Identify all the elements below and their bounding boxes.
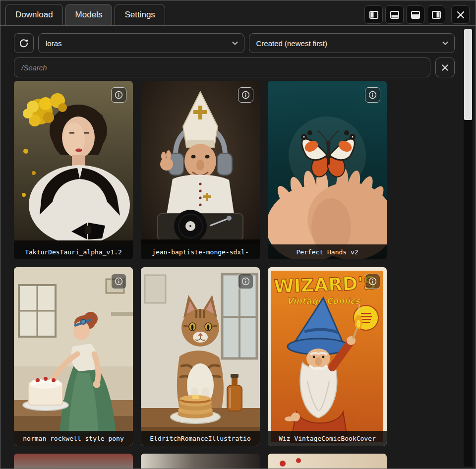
tab-label: Models bbox=[75, 10, 103, 20]
model-name: EldritchRomanceIllustratio bbox=[141, 431, 260, 446]
info-button[interactable] bbox=[365, 87, 380, 103]
model-name: TakturDesTauri_alpha_v1.2 bbox=[14, 244, 133, 259]
clear-icon bbox=[441, 64, 449, 71]
refresh-button[interactable] bbox=[14, 33, 34, 53]
comic-title-text: WIZARD'S bbox=[273, 272, 377, 297]
toolbar: loras Created (newest first) bbox=[14, 33, 455, 53]
model-thumbnail bbox=[141, 81, 260, 259]
model-card[interactable]: jean-baptiste-monge-sdxl- bbox=[141, 81, 260, 259]
info-icon bbox=[368, 277, 377, 286]
tab-settings[interactable]: Settings bbox=[115, 4, 165, 25]
window-controls bbox=[364, 5, 470, 24]
model-grid: TakturDesTauri_alpha_v1.2 bbox=[14, 81, 387, 469]
model-thumbnail bbox=[14, 267, 133, 446]
info-button[interactable] bbox=[365, 274, 380, 289]
panel-bottom-icon bbox=[390, 11, 399, 19]
sort-value: Created (newest first) bbox=[256, 39, 327, 48]
model-name: jean-baptiste-monge-sdxl- bbox=[141, 244, 260, 259]
model-name: Perfect Hands v2 bbox=[268, 244, 387, 259]
model-card-partial[interactable] bbox=[268, 454, 387, 469]
model-browser-window: Download Models Settings bbox=[0, 0, 476, 469]
model-thumbnail: WIZARD'S Vintage Comics bbox=[268, 267, 387, 446]
model-type-select[interactable]: loras bbox=[38, 33, 244, 53]
search-input[interactable] bbox=[14, 58, 430, 77]
panel-right-icon bbox=[432, 11, 441, 19]
model-thumbnail bbox=[14, 81, 133, 259]
model-thumbnail bbox=[14, 454, 133, 469]
scrollbar-track[interactable] bbox=[464, 29, 473, 467]
model-card[interactable]: Perfect Hands v2 bbox=[268, 81, 387, 259]
model-thumbnail bbox=[268, 81, 387, 259]
dock-bottom-full-button[interactable] bbox=[406, 5, 424, 24]
refresh-icon bbox=[19, 38, 29, 48]
model-card[interactable]: norman_rockwell_style_pony bbox=[14, 267, 133, 446]
info-icon bbox=[115, 91, 123, 99]
close-button[interactable] bbox=[451, 5, 470, 24]
model-name: Wiz-VintageComicBookCover bbox=[268, 431, 387, 446]
model-card[interactable]: WIZARD'S Vintage Comics bbox=[268, 267, 387, 446]
info-icon bbox=[241, 91, 250, 99]
clear-search-button[interactable] bbox=[435, 58, 455, 77]
chevron-down-icon bbox=[442, 41, 448, 45]
info-button[interactable] bbox=[111, 274, 126, 289]
model-card-partial[interactable] bbox=[14, 454, 133, 469]
model-type-value: loras bbox=[46, 39, 62, 48]
dock-left-button[interactable] bbox=[364, 5, 383, 24]
model-thumbnail bbox=[141, 454, 260, 469]
info-icon bbox=[115, 277, 123, 286]
close-icon bbox=[457, 11, 465, 19]
tab-label: Download bbox=[15, 10, 53, 20]
panel-bottom-large-icon bbox=[411, 11, 420, 19]
tab-models[interactable]: Models bbox=[65, 4, 113, 25]
scrollbar-thumb[interactable] bbox=[464, 29, 472, 120]
sort-select[interactable]: Created (newest first) bbox=[249, 33, 455, 53]
model-thumbnail bbox=[141, 267, 260, 446]
info-button[interactable] bbox=[111, 87, 126, 103]
model-card[interactable]: EldritchRomanceIllustratio bbox=[141, 267, 260, 446]
dock-bottom-button[interactable] bbox=[385, 5, 404, 24]
model-card-partial[interactable] bbox=[141, 454, 260, 469]
info-icon bbox=[241, 277, 250, 286]
search-row bbox=[14, 58, 455, 77]
model-thumbnail bbox=[268, 454, 387, 469]
info-button[interactable] bbox=[238, 274, 253, 289]
tab-download[interactable]: Download bbox=[5, 4, 63, 25]
info-icon bbox=[368, 91, 377, 99]
chevron-down-icon bbox=[232, 41, 238, 45]
tab-label: Settings bbox=[124, 10, 155, 20]
dock-right-button[interactable] bbox=[427, 5, 445, 24]
model-name: norman_rockwell_style_pony bbox=[14, 431, 133, 446]
model-card[interactable]: TakturDesTauri_alpha_v1.2 bbox=[14, 81, 133, 259]
panel-left-icon bbox=[369, 11, 378, 19]
info-button[interactable] bbox=[238, 87, 253, 103]
